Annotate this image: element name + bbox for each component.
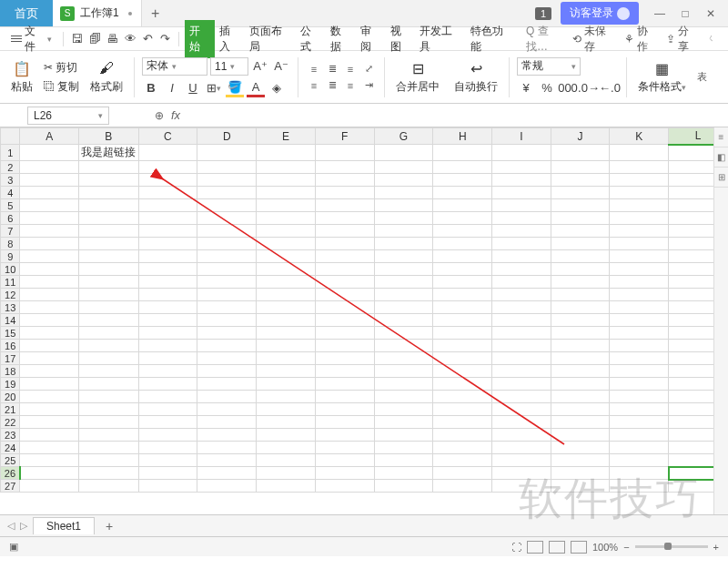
cell[interactable] — [315, 391, 374, 403]
row-header[interactable]: 12 — [1, 289, 20, 301]
cell[interactable] — [433, 145, 492, 161]
cell[interactable] — [433, 352, 492, 365]
cell[interactable] — [20, 340, 79, 352]
cell[interactable] — [374, 480, 433, 493]
cell[interactable] — [492, 378, 551, 391]
cell[interactable] — [551, 340, 610, 352]
cell[interactable] — [138, 276, 197, 289]
cell[interactable] — [197, 199, 257, 212]
cell[interactable] — [551, 378, 610, 391]
spreadsheet-grid[interactable]: ABCDEFGHIJKL1我是超链接2345678910111213141516… — [0, 127, 728, 493]
cell[interactable] — [610, 187, 669, 199]
cell[interactable] — [20, 301, 79, 314]
cell[interactable] — [79, 480, 138, 493]
cell[interactable] — [433, 467, 492, 480]
cell[interactable] — [610, 480, 669, 493]
increase-font-icon[interactable]: A⁺ — [251, 57, 269, 76]
cell[interactable] — [492, 340, 551, 352]
cell[interactable] — [551, 263, 610, 276]
column-header[interactable]: F — [315, 128, 374, 145]
sheet-nav-prev-icon[interactable]: ◁ — [7, 520, 15, 532]
cell[interactable] — [257, 416, 316, 429]
cell[interactable] — [79, 199, 138, 212]
cell[interactable] — [551, 352, 610, 365]
record-macro-icon[interactable]: ▣ — [9, 541, 18, 552]
cell[interactable] — [433, 276, 492, 289]
cell[interactable] — [138, 289, 197, 301]
cell[interactable] — [433, 391, 492, 403]
cell[interactable] — [610, 340, 669, 352]
zoom-value[interactable]: 100% — [592, 542, 618, 553]
align-center-icon[interactable]: ≣ — [324, 78, 340, 93]
cell[interactable] — [374, 378, 433, 391]
cell[interactable] — [257, 301, 316, 314]
copy-button[interactable]: ⿻复制 — [44, 79, 79, 95]
cell[interactable] — [551, 467, 610, 480]
cell[interactable] — [197, 238, 257, 250]
column-header[interactable]: C — [138, 128, 197, 145]
cell[interactable] — [374, 225, 433, 238]
cell[interactable] — [610, 145, 669, 161]
tab-page-layout[interactable]: 页面布局 — [245, 20, 296, 58]
underline-button[interactable]: U — [184, 79, 202, 97]
cell[interactable] — [315, 403, 374, 416]
cell[interactable] — [138, 161, 197, 174]
fx-button[interactable]: fx — [171, 108, 180, 122]
row-header[interactable]: 21 — [1, 403, 20, 416]
cell[interactable] — [433, 238, 492, 250]
cell[interactable] — [315, 454, 374, 467]
cell[interactable] — [20, 250, 79, 263]
cell[interactable] — [374, 199, 433, 212]
row-header[interactable]: 20 — [1, 391, 20, 403]
notification-badge[interactable]: 1 — [535, 7, 551, 20]
cell[interactable] — [20, 174, 79, 187]
cell[interactable] — [257, 289, 316, 301]
maximize-button[interactable]: □ — [673, 5, 697, 23]
cell[interactable] — [197, 391, 257, 403]
cell[interactable] — [551, 454, 610, 467]
row-header[interactable]: 19 — [1, 378, 20, 391]
decrease-font-icon[interactable]: A⁻ — [272, 57, 290, 76]
cell[interactable] — [315, 301, 374, 314]
cell[interactable] — [138, 429, 197, 442]
cell[interactable] — [79, 391, 138, 403]
cell[interactable] — [138, 416, 197, 429]
cell[interactable] — [20, 145, 79, 161]
cell[interactable] — [20, 187, 79, 199]
cell[interactable] — [374, 365, 433, 378]
row-header[interactable]: 8 — [1, 238, 20, 250]
currency-icon[interactable]: ¥ — [517, 79, 535, 97]
cell[interactable] — [197, 365, 257, 378]
column-header[interactable]: I — [492, 128, 551, 145]
row-header[interactable]: 5 — [1, 199, 20, 212]
cell[interactable] — [257, 145, 316, 161]
cell[interactable] — [315, 263, 374, 276]
column-header[interactable]: A — [20, 128, 79, 145]
cell[interactable] — [315, 289, 374, 301]
font-name-select[interactable]: 宋体▾ — [142, 57, 207, 76]
cell[interactable] — [257, 327, 316, 340]
cell[interactable] — [138, 250, 197, 263]
cell[interactable] — [610, 161, 669, 174]
italic-button[interactable]: I — [163, 79, 181, 97]
cell[interactable] — [197, 212, 257, 225]
cell[interactable] — [433, 314, 492, 327]
cell[interactable] — [374, 352, 433, 365]
cell[interactable] — [79, 161, 138, 174]
cell[interactable] — [433, 301, 492, 314]
cell[interactable] — [79, 378, 138, 391]
row-header[interactable]: 23 — [1, 429, 20, 442]
cell[interactable] — [374, 212, 433, 225]
indent-icon[interactable]: ⇥ — [360, 78, 377, 93]
cell[interactable] — [257, 276, 316, 289]
cell[interactable] — [610, 442, 669, 454]
cell[interactable] — [492, 276, 551, 289]
cell[interactable] — [374, 403, 433, 416]
cell[interactable] — [138, 145, 197, 161]
sheet-nav-next-icon[interactable]: ▷ — [20, 520, 27, 532]
row-header[interactable]: 1 — [1, 145, 20, 161]
cell[interactable] — [197, 442, 257, 454]
row-header[interactable]: 10 — [1, 263, 20, 276]
cell[interactable] — [610, 174, 669, 187]
orientation-icon[interactable]: ⤢ — [360, 62, 377, 76]
